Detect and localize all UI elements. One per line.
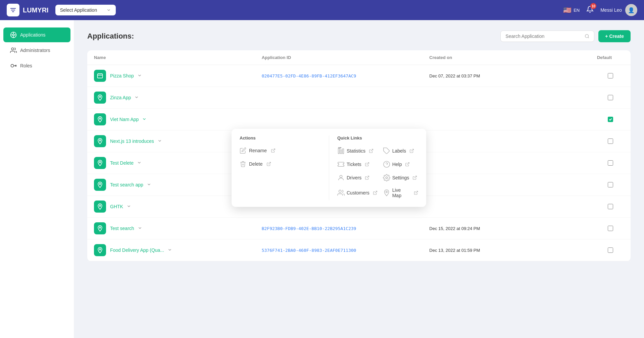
table-header: Name Application ID Created on Default — [87, 50, 631, 65]
livemap-link[interactable]: Live Map — [383, 185, 418, 200]
svg-point-42 — [99, 248, 101, 250]
default-checkbox[interactable] — [608, 226, 613, 231]
app-name-link[interactable]: Test Delete — [110, 160, 134, 166]
expand-button[interactable] — [167, 247, 173, 254]
livemap-label: Live Map — [392, 187, 410, 198]
expand-button[interactable] — [141, 116, 147, 123]
default-checkbox-checked[interactable] — [608, 117, 613, 122]
location-icon — [97, 138, 103, 145]
statistics-label: Statistics — [347, 148, 365, 154]
app-name-link[interactable]: Next.js 13 introduces — [110, 138, 154, 144]
search-box — [500, 31, 594, 42]
app-name-cell: Viet Nam App — [94, 113, 262, 125]
table-row: Test search B2F923B0-FDB9-402E-BB10-22B2… — [87, 218, 631, 239]
external-link-icon — [365, 175, 369, 180]
default-checkbox[interactable] — [608, 247, 613, 253]
app-name-cell: Zinza App — [94, 92, 262, 104]
col-default: Default — [597, 55, 624, 60]
expand-button[interactable] — [137, 72, 143, 79]
expand-button[interactable] — [126, 203, 132, 210]
settings-label: Settings — [392, 175, 409, 180]
app-name-link[interactable]: Test search app — [110, 182, 143, 187]
sidebar-item-applications[interactable]: Applications — [3, 27, 70, 42]
created-on: Dec 15, 2022 at 09:24 PM — [429, 226, 597, 231]
app-name-link[interactable]: Viet Nam App — [110, 117, 139, 122]
delete-action[interactable]: Delete — [240, 159, 321, 169]
tickets-link[interactable]: Tickets — [337, 159, 378, 170]
default-col — [597, 138, 624, 144]
default-col — [597, 182, 624, 187]
app-name-link[interactable]: Pizza Shop — [110, 73, 134, 78]
drivers-icon — [337, 174, 345, 181]
statistics-icon: 123 — [337, 147, 345, 155]
expand-button[interactable] — [136, 160, 142, 167]
default-checkbox[interactable] — [608, 182, 613, 187]
location-icon — [97, 116, 103, 123]
sidebar-roles-label: Roles — [20, 63, 32, 68]
drivers-link[interactable]: Drivers — [337, 172, 378, 183]
expand-button[interactable] — [134, 94, 140, 101]
users-icon — [10, 47, 17, 54]
rename-action[interactable]: Rename — [240, 145, 321, 156]
default-checkbox[interactable] — [608, 160, 613, 166]
drivers-label: Drivers — [347, 175, 361, 180]
default-col — [597, 226, 624, 231]
external-link-icon — [266, 162, 271, 166]
external-link-icon — [409, 149, 414, 153]
help-label: Help — [392, 162, 402, 167]
default-checkbox[interactable] — [608, 95, 613, 100]
help-link[interactable]: Help — [383, 159, 418, 170]
app-name-text: Pizza Shop — [110, 72, 143, 79]
expand-button[interactable] — [137, 225, 143, 232]
labels-link[interactable]: Labels — [383, 145, 418, 157]
col-app-id: Application ID — [262, 55, 430, 60]
default-checkbox[interactable] — [608, 204, 613, 209]
sidebar-item-administrators[interactable]: Administrators — [3, 43, 70, 58]
actions-title: Actions — [240, 135, 321, 140]
delete-icon — [240, 161, 246, 167]
svg-text:123: 123 — [338, 147, 341, 149]
app-name-cell: Test search — [94, 222, 262, 234]
user-info[interactable]: Messi Leo 👤 — [600, 4, 637, 16]
sidebar-applications-label: Applications — [20, 32, 46, 38]
svg-line-16 — [273, 149, 275, 151]
grid-icon — [10, 32, 17, 38]
app-name-text: Test search — [110, 225, 143, 232]
logo-text: LUMYRI — [23, 6, 49, 14]
customers-link[interactable]: Customers — [337, 185, 378, 200]
settings-link[interactable]: Settings — [383, 172, 418, 183]
app-icon — [94, 222, 106, 234]
expand-button[interactable] — [146, 181, 152, 188]
created-on: Dec 07, 2022 at 03:37 PM — [429, 73, 597, 78]
app-icon — [94, 244, 106, 256]
app-icon — [94, 92, 106, 104]
customers-icon — [337, 189, 345, 196]
statistics-link[interactable]: 123 Statistics — [337, 145, 378, 157]
app-name-link[interactable]: GHTK — [110, 204, 123, 209]
notification-button[interactable]: 10 — [586, 6, 594, 14]
create-button[interactable]: + Create — [598, 30, 631, 42]
svg-point-41 — [99, 227, 101, 228]
map-icon — [383, 189, 390, 196]
page-header: Applications: + Create — [87, 30, 631, 42]
external-link-icon — [373, 190, 378, 195]
rename-icon — [240, 147, 246, 154]
labels-label: Labels — [392, 148, 406, 154]
table-row: Viet Nam App — [87, 109, 631, 130]
svg-line-25 — [367, 163, 369, 165]
app-name-link[interactable]: Food Delivery App (Qua... — [110, 247, 164, 253]
default-checkbox[interactable] — [608, 138, 613, 144]
select-application-button[interactable]: Select Application — [55, 5, 116, 15]
search-input[interactable] — [505, 34, 582, 39]
default-checkbox[interactable] — [608, 73, 613, 78]
app-id: 5376F741-2BA0-460F-8983-2EAF0E711300 — [262, 248, 430, 253]
app-name-link[interactable]: Test search — [110, 226, 134, 231]
expand-button[interactable] — [157, 138, 163, 145]
logo-icon — [7, 4, 19, 16]
language-selector[interactable]: 🇺🇸 EN — [563, 6, 580, 14]
location-icon — [97, 203, 103, 210]
external-link-icon — [405, 162, 410, 167]
sidebar-item-roles[interactable]: Roles — [3, 58, 70, 73]
app-icon — [94, 157, 106, 169]
app-name-link[interactable]: Zinza App — [110, 95, 131, 100]
